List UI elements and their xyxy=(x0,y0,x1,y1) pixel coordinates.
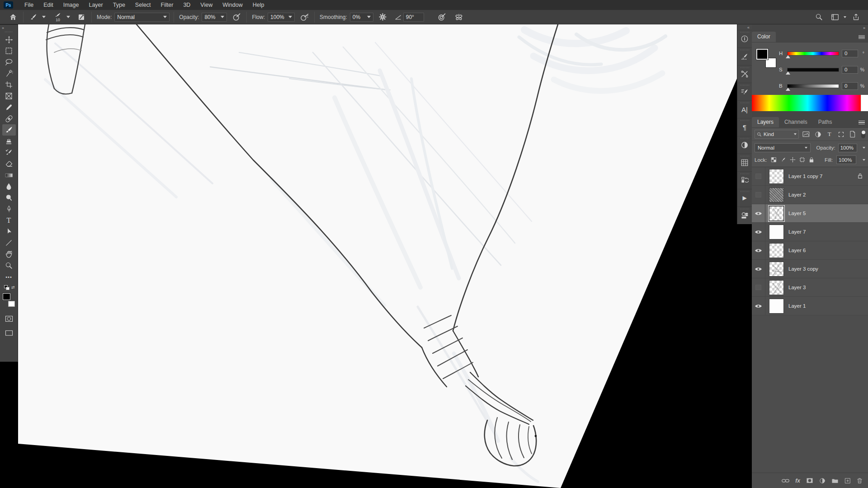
menu-view[interactable]: View xyxy=(195,0,217,10)
visibility-toggle[interactable] xyxy=(752,223,765,241)
layer-thumbnail[interactable] xyxy=(769,206,784,221)
pressure-opacity-icon[interactable] xyxy=(231,11,242,23)
tab-layers[interactable]: Layers xyxy=(752,117,779,127)
lock-position-icon[interactable] xyxy=(790,157,796,163)
white-color-cap[interactable] xyxy=(861,95,868,111)
expand-toolbar-icon[interactable]: » xyxy=(0,25,6,30)
foreground-color-swatch[interactable] xyxy=(756,49,768,60)
filter-shape-layers-icon[interactable] xyxy=(837,130,845,139)
rectangular-marquee-tool[interactable] xyxy=(2,45,16,56)
eyedropper-tool[interactable] xyxy=(2,102,16,113)
layer-row[interactable]: Layer 7 xyxy=(752,223,868,241)
layer-thumbnail[interactable] xyxy=(769,225,784,239)
saturation-slider-handle[interactable] xyxy=(786,71,790,75)
layer-thumbnail[interactable] xyxy=(769,169,784,184)
layer-style-fx-icon[interactable]: fx xyxy=(795,478,800,484)
search-icon[interactable] xyxy=(813,11,825,23)
layer-thumbnail[interactable] xyxy=(769,243,784,258)
zoom-tool[interactable] xyxy=(2,260,16,271)
lock-all-icon[interactable] xyxy=(809,157,814,163)
brush-tool[interactable] xyxy=(2,124,16,136)
chevron-down-icon[interactable] xyxy=(42,16,46,18)
gradient-tool[interactable] xyxy=(2,169,16,181)
new-adjustment-layer-icon[interactable] xyxy=(819,478,826,484)
hand-tool[interactable] xyxy=(2,249,16,260)
opacity-field[interactable]: 80% xyxy=(202,13,227,22)
paragraph-panel-icon[interactable]: ¶ xyxy=(737,118,752,136)
quick-mask-mode-button[interactable] xyxy=(2,313,16,324)
history-panel-icon[interactable] xyxy=(737,171,752,189)
menu-select[interactable]: Select xyxy=(130,0,156,10)
layer-fill-field[interactable]: 100% xyxy=(836,155,856,164)
tab-color[interactable]: Color xyxy=(752,32,776,42)
layer-row-selected[interactable]: Layer 5 xyxy=(752,204,868,223)
hue-slider[interactable] xyxy=(787,52,839,56)
collapse-panels-icon[interactable]: » xyxy=(863,26,865,30)
foreground-color-swatch[interactable] xyxy=(3,293,10,300)
character-panel-icon[interactable]: A| xyxy=(737,100,752,118)
layer-thumbnail[interactable] xyxy=(769,280,784,295)
hue-value-field[interactable]: 0 xyxy=(842,50,858,57)
brush-settings-panel-icon[interactable] xyxy=(737,47,752,65)
visibility-toggle[interactable] xyxy=(752,167,765,186)
airbrush-icon[interactable] xyxy=(298,11,310,23)
brushes-panel-icon[interactable] xyxy=(737,83,752,100)
layer-row[interactable]: Layer 6 xyxy=(752,241,868,260)
color-panel-menu-icon[interactable] xyxy=(859,35,865,39)
menu-layer[interactable]: Layer xyxy=(84,0,108,10)
crop-tool[interactable] xyxy=(2,79,16,90)
visibility-toggle[interactable] xyxy=(752,278,765,297)
toggle-brush-settings-icon[interactable] xyxy=(75,11,87,23)
add-layer-mask-icon[interactable] xyxy=(806,478,813,483)
hue-slider-handle[interactable] xyxy=(786,55,790,58)
chevron-down-icon[interactable] xyxy=(844,16,846,18)
layer-thumbnail[interactable] xyxy=(769,262,784,277)
filter-adjustment-layers-icon[interactable] xyxy=(814,130,822,139)
canvas-area[interactable] xyxy=(18,24,737,488)
brush-tool-preset-icon[interactable] xyxy=(28,11,39,23)
lock-image-pixels-icon[interactable] xyxy=(780,157,786,163)
tab-channels[interactable]: Channels xyxy=(779,117,813,127)
path-selection-tool[interactable] xyxy=(2,226,16,237)
swap-colors-icon[interactable]: ⇄ xyxy=(11,285,15,290)
paint-symmetry-butterfly-icon[interactable] xyxy=(453,11,465,23)
smoothing-options-gear-icon[interactable] xyxy=(377,11,389,23)
menu-window[interactable]: Window xyxy=(217,0,247,10)
type-tool[interactable]: T xyxy=(2,215,16,226)
layer-row[interactable]: Layer 2 xyxy=(752,186,868,204)
brightness-slider[interactable] xyxy=(787,84,839,88)
lasso-tool[interactable] xyxy=(2,56,16,68)
pressure-size-icon[interactable] xyxy=(436,11,448,23)
blend-mode-select[interactable]: Normal xyxy=(114,13,170,22)
visibility-toggle[interactable] xyxy=(752,260,765,278)
layer-row[interactable]: Layer 1 copy 7 xyxy=(752,167,868,186)
libraries-panel-icon[interactable] xyxy=(737,206,752,224)
move-tool[interactable] xyxy=(2,34,16,45)
actions-panel-icon[interactable]: ▶ xyxy=(737,189,752,206)
visibility-toggle[interactable] xyxy=(752,186,765,204)
layer-opacity-field[interactable]: 100% xyxy=(838,144,857,152)
menu-edit[interactable]: Edit xyxy=(38,0,58,10)
patterns-panel-icon[interactable] xyxy=(737,154,752,171)
photoshop-logo[interactable]: Ps xyxy=(4,1,13,9)
line-shape-tool[interactable] xyxy=(2,237,16,249)
delete-layer-icon[interactable] xyxy=(857,478,863,484)
link-layers-icon[interactable] xyxy=(782,479,789,483)
color-swatches[interactable] xyxy=(756,49,776,68)
eraser-tool[interactable] xyxy=(2,158,16,169)
saturation-value-field[interactable]: 0 xyxy=(842,66,858,74)
layer-row[interactable]: Layer 3 xyxy=(752,278,868,297)
filter-pixel-layers-icon[interactable] xyxy=(802,130,811,139)
flow-field[interactable]: 100% xyxy=(268,13,295,22)
visibility-toggle[interactable] xyxy=(752,297,765,315)
brush-size-preview[interactable]: 10 xyxy=(52,12,64,22)
info-panel-icon[interactable] xyxy=(737,30,752,47)
tab-paths[interactable]: Paths xyxy=(813,117,838,127)
default-swap-colors[interactable]: ⇄ xyxy=(3,285,15,291)
history-brush-tool[interactable] xyxy=(2,147,16,158)
saturation-slider[interactable] xyxy=(787,68,839,72)
layer-blend-mode-select[interactable]: Normal xyxy=(755,143,811,152)
workspace-switcher-icon[interactable] xyxy=(829,11,841,23)
menu-filter[interactable]: Filter xyxy=(156,0,179,10)
menu-help[interactable]: Help xyxy=(248,0,269,10)
